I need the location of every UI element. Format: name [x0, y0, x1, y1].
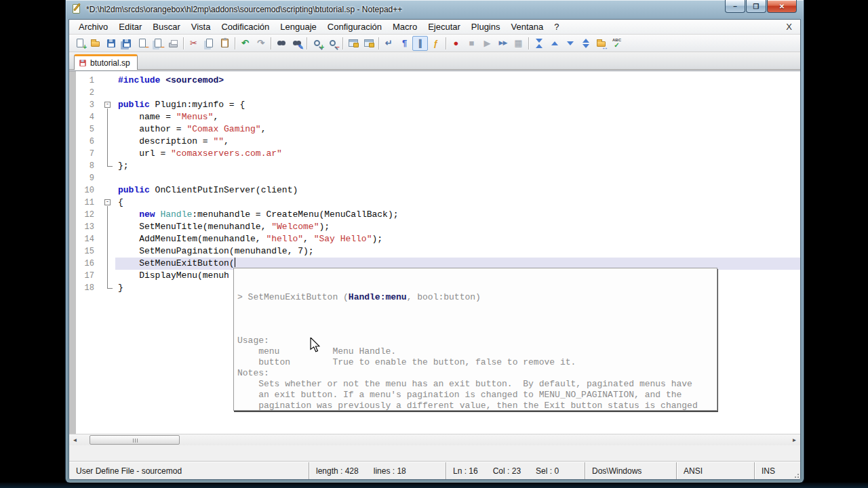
code-line-12[interactable]: 12 new Handle:menuhandle = CreateMenu(Me…: [69, 209, 800, 221]
zoom-out-button[interactable]: −: [325, 36, 340, 51]
maximize-button[interactable]: ❒: [746, 0, 766, 13]
scrollbar-thumb[interactable]: [90, 435, 180, 445]
uncollapse-current-level-button[interactable]: [562, 36, 578, 51]
redo-button[interactable]: ↷: [253, 36, 269, 51]
code-line-6[interactable]: 6 description = "",: [69, 136, 800, 148]
macro-save-button[interactable]: ▦: [511, 36, 526, 51]
close-all-button[interactable]: −: [150, 36, 165, 51]
code-line-8[interactable]: 8};: [69, 160, 800, 172]
undo-button[interactable]: ↶: [237, 36, 253, 51]
menu-item-ejecutar[interactable]: Ejecutar: [422, 20, 466, 33]
scroll-right-arrow[interactable]: ►: [789, 434, 800, 445]
horizontal-scrollbar[interactable]: ◄ ►: [69, 434, 800, 445]
code-line-2[interactable]: 2: [69, 87, 800, 99]
code-text[interactable]: name = "Menus",: [115, 111, 800, 123]
new-file-button[interactable]: +: [72, 36, 87, 51]
close-file-icon: −: [136, 37, 148, 49]
macro-play-button[interactable]: ▶: [479, 36, 495, 51]
menu-item-editar[interactable]: Editar: [113, 20, 147, 33]
open-file-button[interactable]: [87, 36, 103, 51]
sync-horizontal-scroll-button[interactable]: [361, 36, 376, 51]
menu-item-macro[interactable]: Macro: [387, 20, 422, 33]
code-text[interactable]: SetMenuPagination(menuhandle, 7);: [115, 245, 800, 258]
show-all-chars-button[interactable]: ¶: [397, 36, 412, 51]
code-line-4[interactable]: 4 name = "Menus",: [69, 111, 800, 123]
code-line-14[interactable]: 14 AddMenuItem(menuhandle, "hello", "Say…: [69, 233, 800, 245]
code-line-11[interactable]: 11-{: [69, 197, 800, 209]
save-button[interactable]: [103, 36, 119, 51]
code-text[interactable]: url = "comaxservers.com.ar": [115, 148, 800, 160]
cut-button[interactable]: ✂: [186, 36, 201, 51]
macro-record-button[interactable]: ●: [448, 36, 464, 51]
status-lines: lines : 18: [374, 466, 406, 476]
code-text[interactable]: public OnClientPutInServer(client): [115, 184, 800, 197]
minimize-button[interactable]: –: [725, 0, 745, 13]
menu-item-help[interactable]: ?: [549, 20, 564, 33]
copy-button[interactable]: [201, 36, 217, 51]
code-text[interactable]: public Plugin:myinfo = {: [115, 99, 800, 111]
code-line-3[interactable]: 3-public Plugin:myinfo = {: [69, 99, 800, 111]
fold-collapse-box[interactable]: -: [104, 199, 111, 205]
close-button[interactable]: ✕: [767, 0, 797, 13]
sync-vertical-scroll-button[interactable]: [345, 36, 361, 51]
code-text[interactable]: author = "Comax Gaming",: [115, 123, 800, 136]
code-line-9[interactable]: 9: [69, 172, 800, 184]
find-replace-button[interactable]: ✎: [289, 36, 304, 51]
menu-item-plugins[interactable]: Plugins: [466, 20, 506, 33]
menu-item-vista[interactable]: Vista: [186, 20, 216, 33]
tab-btutorial-sp[interactable]: btutorial.sp: [74, 54, 138, 70]
spell-check-button[interactable]: ABC✓: [609, 36, 625, 51]
code-line-1[interactable]: 1#include <sourcemod>: [69, 75, 800, 87]
code-text[interactable]: description = "",: [115, 136, 800, 148]
code-line-5[interactable]: 5 author = "Comax Gaming",: [69, 123, 800, 136]
code-text[interactable]: [115, 87, 800, 99]
calltip-signature: > SetMenuExitButton (Handle:menu, bool:b…: [237, 292, 717, 303]
unfold-all-button[interactable]: [578, 36, 593, 51]
menu-item-archivo[interactable]: Archivo: [73, 20, 113, 33]
code-line-13[interactable]: 13 SetMenuTitle(menuhandle, "Welcome");: [69, 221, 800, 233]
find-button[interactable]: [273, 36, 289, 51]
close-file-button[interactable]: −: [134, 36, 150, 51]
zoom-in-icon: +: [311, 37, 323, 49]
code-line-7[interactable]: 7 url = "comaxservers.com.ar": [69, 148, 800, 160]
code-line-15[interactable]: 15 SetMenuPagination(menuhandle, 7);: [69, 245, 800, 258]
indent-guide-button[interactable]: ∥: [412, 36, 428, 51]
fold-collapse-box[interactable]: -: [104, 102, 111, 108]
fold-all-button[interactable]: [531, 36, 547, 51]
fold-margin-start[interactable]: -: [100, 197, 115, 209]
word-wrap-button[interactable]: ↵: [381, 36, 397, 51]
code-text[interactable]: #include <sourcemod>: [115, 75, 800, 87]
paste-button[interactable]: [217, 36, 233, 51]
menu-item-configuracion[interactable]: Configuración: [322, 20, 387, 33]
print-button[interactable]: [165, 36, 181, 51]
code-text[interactable]: AddMenuItem(menuhandle, "hello", "Say He…: [115, 233, 800, 245]
doc-switcher-button[interactable]: ↔: [593, 36, 609, 51]
fold-margin-start[interactable]: -: [100, 99, 115, 111]
collapse-current-level-button[interactable]: [547, 36, 562, 51]
macro-play-icon: ▶: [481, 37, 493, 49]
menu-item-ventana[interactable]: Ventana: [505, 20, 549, 33]
code-text[interactable]: SetMenuTitle(menuhandle, "Welcome");: [115, 221, 800, 233]
scroll-left-arrow[interactable]: ◄: [69, 434, 81, 445]
zoom-in-button[interactable]: +: [309, 36, 325, 51]
menu-item-lenguaje[interactable]: Lenguaje: [275, 20, 322, 33]
line-number: 12: [69, 209, 100, 221]
menu-item-codificacion[interactable]: Codificación: [216, 20, 275, 33]
function-list-button[interactable]: ƒ: [428, 36, 443, 51]
save-all-button[interactable]: [119, 36, 134, 51]
title-bar[interactable]: *D:\hl2dm\srcds\orangebox\hl2mp\addons\s…: [66, 0, 804, 19]
code-line-10[interactable]: 10public OnClientPutInServer(client): [69, 184, 800, 197]
resize-grip[interactable]: [792, 471, 799, 478]
code-text[interactable]: };: [115, 160, 800, 172]
macro-run-multiple-button[interactable]: ▶▶: [495, 36, 511, 51]
code-text[interactable]: new Handle:menuhandle = CreateMenu(MenuC…: [115, 209, 800, 221]
calltip-line: Notes:: [237, 368, 717, 379]
code-text[interactable]: {: [115, 197, 800, 209]
copy-icon: [203, 37, 215, 49]
line-number: 18: [69, 282, 100, 294]
code-text[interactable]: [115, 172, 800, 184]
menu-item-buscar[interactable]: Buscar: [147, 20, 185, 33]
macro-stop-button[interactable]: ■: [464, 36, 479, 51]
client-area: ArchivoEditarBuscarVistaCodificaciónLeng…: [68, 19, 801, 480]
menubar-close-x[interactable]: X: [786, 22, 792, 32]
